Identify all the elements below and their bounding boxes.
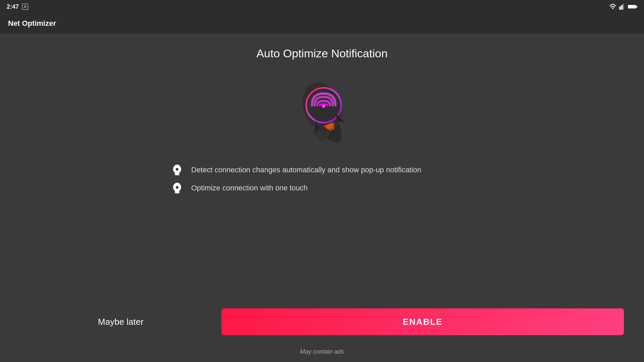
- wifi-icon: [609, 4, 616, 10]
- maybe-later-button[interactable]: Maybe later: [20, 308, 221, 335]
- svg-rect-2: [622, 5, 623, 10]
- feature-text-2: Optimize connection with one touch: [191, 184, 308, 192]
- svg-rect-4: [628, 5, 636, 9]
- feature-item-1: Detect connection changes automatically …: [171, 164, 473, 176]
- svg-rect-5: [636, 6, 638, 7]
- svg-rect-1: [621, 6, 622, 10]
- svg-point-11: [176, 168, 178, 171]
- enable-button[interactable]: ENABLE: [221, 308, 624, 335]
- feature-item-2: Optimize connection with one touch: [171, 182, 473, 194]
- app-title-bar: Net Optimizer: [0, 13, 644, 34]
- ads-disclaimer: May contain ads: [0, 348, 644, 355]
- rocket-wifi-illustration: [285, 70, 359, 144]
- status-bar: 2:47 A: [0, 0, 644, 13]
- status-time: 2:47: [7, 3, 19, 10]
- svg-rect-0: [619, 7, 620, 10]
- app-title: Net Optimizer: [8, 19, 56, 28]
- status-icon-a: A: [22, 4, 28, 10]
- signal-icon: [619, 4, 625, 10]
- rocket-icon-2: [171, 182, 183, 194]
- status-right: [609, 4, 637, 10]
- features-list: Detect connection changes automatically …: [171, 164, 473, 194]
- svg-point-10: [322, 105, 325, 108]
- svg-rect-3: [623, 4, 624, 10]
- status-left: 2:47 A: [7, 3, 28, 10]
- page-heading: Auto Optimize Notification: [256, 47, 387, 60]
- battery-icon: [628, 4, 637, 9]
- bottom-actions: Maybe later ENABLE: [0, 308, 644, 335]
- rocket-icon-1: [171, 164, 183, 176]
- feature-text-1: Detect connection changes automatically …: [191, 166, 421, 174]
- logo-container: [285, 70, 359, 144]
- svg-point-12: [176, 186, 178, 189]
